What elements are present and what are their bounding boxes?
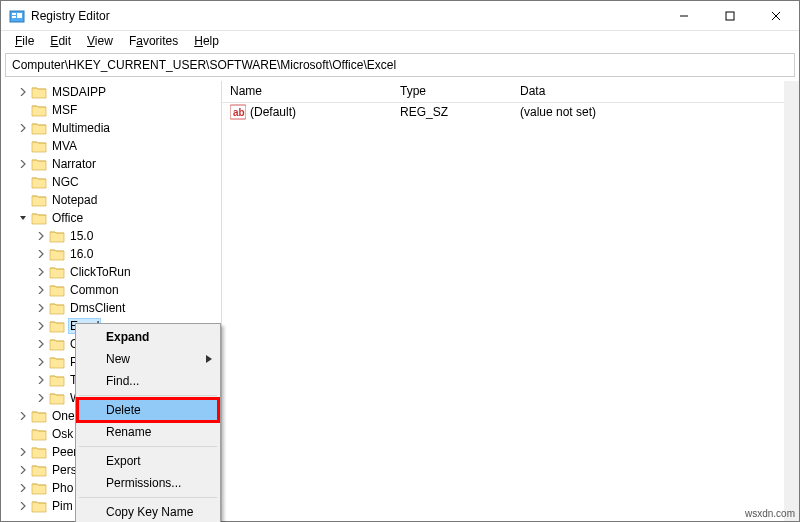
context-item-label: Expand: [106, 330, 149, 344]
tree-item-narrator[interactable]: Narrator: [7, 155, 221, 173]
tree-item-label: MSF: [50, 102, 79, 118]
tree-item-label: MSDAIPP: [50, 84, 108, 100]
context-permissions[interactable]: Permissions...: [78, 472, 218, 494]
tree-item-clicktorun[interactable]: ClickToRun: [7, 263, 221, 281]
chevron-right-icon[interactable]: [17, 500, 29, 512]
folder-icon: [31, 157, 47, 171]
context-new[interactable]: New: [78, 348, 218, 370]
col-type[interactable]: Type: [392, 81, 512, 102]
tree-item-label: DmsClient: [68, 300, 127, 316]
chevron-right-icon[interactable]: [17, 464, 29, 476]
tree-item-label: Pim: [50, 498, 75, 514]
context-item-label: Rename: [106, 425, 151, 439]
chevron-right-icon[interactable]: [35, 266, 47, 278]
tree-item-label: Pho: [50, 480, 75, 496]
string-value-icon: ab: [230, 104, 246, 120]
tree-item-label: ClickToRun: [68, 264, 133, 280]
context-expand[interactable]: Expand: [78, 326, 218, 348]
folder-icon: [31, 211, 47, 225]
tree-item-ngc[interactable]: NGC: [7, 173, 221, 191]
folder-icon: [49, 319, 65, 333]
chevron-right-icon[interactable]: [35, 392, 47, 404]
menu-favorites[interactable]: Favorites: [121, 32, 186, 50]
context-separator: [79, 497, 217, 498]
twisty-none: [17, 104, 29, 116]
tree-item-dmsclient[interactable]: DmsClient: [7, 299, 221, 317]
folder-icon: [31, 499, 47, 513]
tree-item-label: Multimedia: [50, 120, 112, 136]
tree-item-common[interactable]: Common: [7, 281, 221, 299]
tree-item-label: One: [50, 408, 77, 424]
context-copy-key-name[interactable]: Copy Key Name: [78, 501, 218, 522]
chevron-right-icon[interactable]: [17, 482, 29, 494]
col-name[interactable]: Name: [222, 81, 392, 102]
svg-rect-5: [726, 12, 734, 20]
watermark: wsxdn.com: [745, 508, 795, 519]
menu-help[interactable]: Help: [186, 32, 227, 50]
chevron-right-icon[interactable]: [17, 446, 29, 458]
tree-item-mva[interactable]: MVA: [7, 137, 221, 155]
tree-item-label: Narrator: [50, 156, 98, 172]
title-bar: Registry Editor: [1, 1, 799, 31]
address-input[interactable]: [6, 56, 794, 74]
folder-icon: [31, 139, 47, 153]
scrollbar-vertical[interactable]: [784, 81, 799, 521]
chevron-right-icon[interactable]: [35, 248, 47, 260]
context-find[interactable]: Find...: [78, 370, 218, 392]
context-item-label: New: [106, 352, 130, 366]
maximize-button[interactable]: [707, 1, 753, 30]
chevron-down-icon[interactable]: [17, 212, 29, 224]
chevron-right-icon[interactable]: [17, 122, 29, 134]
tree-item-msdaipp[interactable]: MSDAIPP: [7, 83, 221, 101]
chevron-right-icon[interactable]: [35, 356, 47, 368]
tree-item-16-0[interactable]: 16.0: [7, 245, 221, 263]
chevron-right-icon[interactable]: [35, 284, 47, 296]
tree-item-label: MVA: [50, 138, 79, 154]
menu-file[interactable]: File: [7, 32, 42, 50]
submenu-arrow-icon: [206, 352, 212, 366]
context-separator: [79, 395, 217, 396]
menu-edit[interactable]: Edit: [42, 32, 79, 50]
value-name: (Default): [250, 105, 296, 119]
context-item-label: Delete: [106, 403, 141, 417]
context-rename[interactable]: Rename: [78, 421, 218, 443]
chevron-right-icon[interactable]: [17, 410, 29, 422]
list-body[interactable]: ab(Default)REG_SZ(value not set): [222, 103, 799, 521]
window-controls: [661, 1, 799, 30]
menu-view[interactable]: View: [79, 32, 121, 50]
svg-rect-2: [12, 16, 16, 18]
tree-item-multimedia[interactable]: Multimedia: [7, 119, 221, 137]
chevron-right-icon[interactable]: [17, 86, 29, 98]
tree-item-label: Osk: [50, 426, 75, 442]
chevron-right-icon[interactable]: [35, 302, 47, 314]
folder-icon: [31, 481, 47, 495]
folder-icon: [31, 463, 47, 477]
values-panel: Name Type Data ab(Default)REG_SZ(value n…: [222, 81, 799, 521]
close-button[interactable]: [753, 1, 799, 30]
chevron-right-icon[interactable]: [35, 338, 47, 350]
value-type: REG_SZ: [392, 105, 512, 119]
folder-icon: [49, 373, 65, 387]
col-data[interactable]: Data: [512, 81, 799, 102]
window-title: Registry Editor: [31, 9, 661, 23]
chevron-right-icon[interactable]: [35, 230, 47, 242]
twisty-none: [17, 176, 29, 188]
context-delete[interactable]: Delete: [78, 399, 218, 421]
chevron-right-icon[interactable]: [35, 374, 47, 386]
tree-item-label: Office: [50, 210, 85, 226]
tree-item-label: 16.0: [68, 246, 95, 262]
context-export[interactable]: Export: [78, 450, 218, 472]
tree-item-office[interactable]: Office: [7, 209, 221, 227]
value-data: (value not set): [512, 105, 799, 119]
tree-item-15-0[interactable]: 15.0: [7, 227, 221, 245]
registry-editor-window: Registry Editor File Edit View Favorites…: [0, 0, 800, 522]
minimize-button[interactable]: [661, 1, 707, 30]
tree-item-msf[interactable]: MSF: [7, 101, 221, 119]
context-menu: ExpandNewFind...DeleteRenameExportPermis…: [75, 323, 221, 522]
tree-item-notepad[interactable]: Notepad: [7, 191, 221, 209]
chevron-right-icon[interactable]: [17, 158, 29, 170]
chevron-right-icon[interactable]: [35, 320, 47, 332]
folder-icon: [31, 103, 47, 117]
folder-icon: [49, 301, 65, 315]
value-row[interactable]: ab(Default)REG_SZ(value not set): [222, 103, 799, 121]
